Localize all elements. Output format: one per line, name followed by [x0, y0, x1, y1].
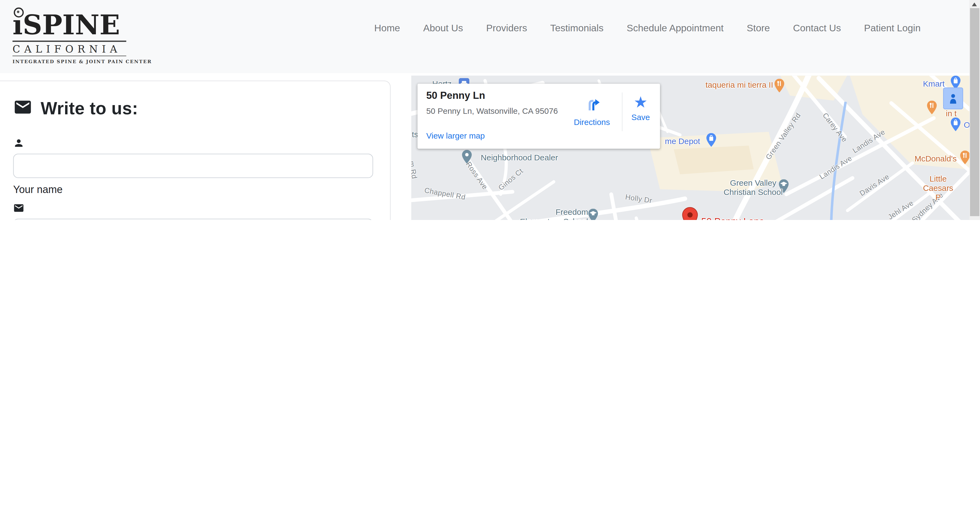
header: ıSPINE CALIFORNIA INTEGRATED SPINE & JOI…: [0, 0, 969, 73]
form-heading: Write to us:: [13, 97, 138, 119]
logo-divider: [13, 41, 126, 42]
view-larger-map-link[interactable]: View larger map: [426, 131, 485, 140]
vertical-scrollbar[interactable]: [969, 0, 980, 220]
info-card-address: 50 Penny Ln, Watsonville, CA 95076: [426, 106, 558, 116]
pegman-control[interactable]: [943, 87, 963, 109]
info-card-title: 50 Penny Ln: [426, 90, 485, 101]
directions-label: Directions: [570, 118, 614, 127]
restaurant-pin-icon: [774, 79, 784, 95]
logo-title: ıSPINE: [13, 5, 126, 39]
main-nav: HomeAbout UsProvidersTestimonialsSchedul…: [374, 0, 921, 56]
envelope-icon: [13, 97, 32, 119]
poi-label: taqueria mi tierra II: [705, 80, 773, 90]
poi-label: Freedom Elementary School: [520, 208, 588, 220]
dot-pin-icon: [462, 150, 472, 166]
restaurant-pin-icon: [960, 151, 969, 167]
save-label: Save: [619, 113, 663, 122]
poi-label: Neighborhood Dealer: [481, 153, 558, 162]
poi-label: 50 Penny Lane: [702, 216, 765, 220]
logo-subtitle: CALIFORNIA: [13, 43, 126, 55]
form-heading-text: Write to us:: [41, 98, 138, 118]
shopping-pin-icon: [706, 133, 716, 149]
poi-label: ts: [412, 130, 418, 139]
nav-item-schedule-appointment[interactable]: Schedule Appointment: [627, 22, 724, 34]
your-email-field[interactable]: [13, 219, 373, 220]
site-logo[interactable]: ıSPINE CALIFORNIA INTEGRATED SPINE & JOI…: [13, 5, 126, 64]
person-icon: [13, 138, 24, 151]
school-pin-icon: [588, 208, 598, 220]
nav-item-contact-us[interactable]: Contact Us: [793, 22, 841, 34]
restaurant-pin-icon: [927, 100, 937, 117]
page: ıSPINE CALIFORNIA INTEGRATED SPINE & JOI…: [0, 0, 980, 220]
vertical-scrollbar-thumb[interactable]: [970, 8, 979, 216]
google-map-embed[interactable]: Green Valley RdCarey AveLandis AveLandis…: [411, 76, 969, 220]
poi-label: McDonald's: [915, 154, 957, 164]
logo-divider: [13, 56, 126, 56]
star-icon: ★: [619, 94, 663, 110]
your-name-field[interactable]: [13, 154, 373, 178]
poi-label: Green Valley Christian School: [724, 178, 783, 197]
directions-button[interactable]: Directions: [570, 94, 614, 127]
save-button[interactable]: ★ Save: [619, 94, 663, 122]
nav-item-home[interactable]: Home: [374, 22, 400, 34]
poi-label: O: [964, 120, 969, 130]
scroll-up-arrow-icon[interactable]: [972, 2, 977, 6]
poi-label: me Depot: [665, 137, 700, 146]
field-label: Your name: [13, 184, 63, 196]
nav-item-testimonials[interactable]: Testimonials: [550, 22, 604, 34]
pegman-person-icon: [948, 92, 959, 105]
nav-item-store[interactable]: Store: [747, 22, 770, 34]
shopping-pin-icon: [951, 118, 961, 134]
logo-tagline: INTEGRATED SPINE & JOINT PAIN CENTER: [13, 59, 126, 65]
directions-icon: [583, 104, 601, 114]
poi-label: Kmart: [923, 79, 945, 88]
nav-item-patient-login[interactable]: Patient Login: [864, 22, 921, 34]
map-info-card: 50 Penny Ln 50 Penny Ln, Watsonville, CA…: [418, 84, 660, 149]
poi-label: Little Caesars P: [923, 174, 954, 202]
logo-ring-icon: [14, 8, 24, 18]
contact-form-panel: Write to us: Your nameYour emailSubject …: [0, 81, 391, 220]
nav-item-providers[interactable]: Providers: [486, 22, 527, 34]
map-marker-50-penny-lane[interactable]: [682, 207, 698, 220]
nav-item-about-us[interactable]: About Us: [423, 22, 463, 34]
envelope-icon: [13, 202, 24, 216]
